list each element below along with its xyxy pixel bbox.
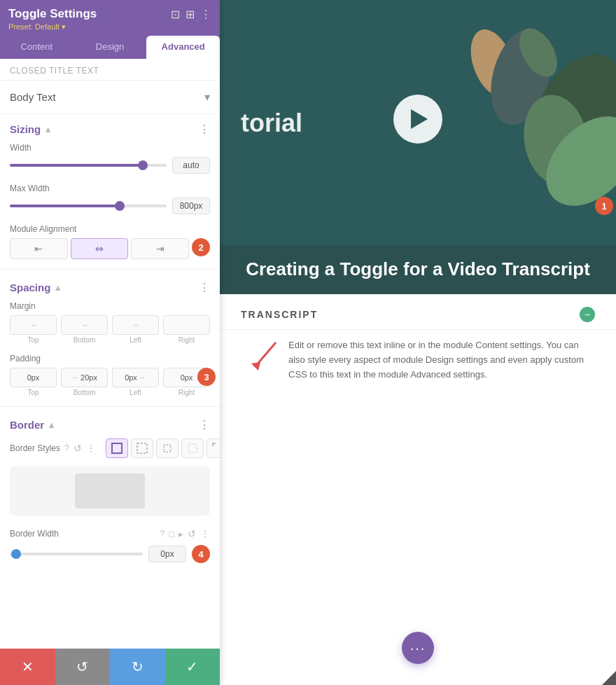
- preset-label[interactable]: Preset: Default ▾: [8, 22, 211, 32]
- play-icon: [411, 109, 428, 129]
- width-label: Width: [10, 143, 210, 153]
- tab-design[interactable]: Design: [74, 36, 147, 59]
- border-inner-btn[interactable]: [156, 438, 178, 458]
- reset-button[interactable]: ↺: [55, 649, 111, 685]
- border-preview: [10, 466, 210, 516]
- panel-tabs: Content Design Advanced: [0, 36, 220, 59]
- spacing-more-icon[interactable]: ⋮: [199, 281, 210, 294]
- svg-rect-2: [164, 445, 171, 452]
- spacing-actions: ⋮: [199, 281, 210, 294]
- border-reset-icon[interactable]: ↺: [74, 443, 82, 454]
- redo-button[interactable]: ↻: [110, 649, 165, 685]
- panel-bottom-bar: ✕ ↺ ↻ ✓: [0, 649, 220, 685]
- svg-point-9: [481, 22, 561, 132]
- transcript-title: TRANSCRIPT: [241, 309, 318, 320]
- body-text-section: Body Text ▾: [0, 81, 220, 114]
- svg-rect-3: [188, 444, 197, 452]
- border-width-value[interactable]: 0px: [148, 546, 186, 562]
- tab-content[interactable]: Content: [0, 36, 74, 59]
- module-alignment-label: Module Alignment: [10, 224, 210, 234]
- sizing-more-icon[interactable]: ⋮: [199, 123, 210, 136]
- align-center-btn[interactable]: ⇔: [71, 238, 129, 259]
- border-preview-inner: [75, 473, 145, 508]
- padding-left-input[interactable]: 0px ↔: [112, 368, 159, 387]
- svg-rect-0: [112, 443, 122, 453]
- padding-label: Padding: [10, 354, 210, 364]
- border-width-cursor-icon[interactable]: ▸: [178, 529, 183, 539]
- border-width-slider-row: 0px 4: [0, 542, 220, 569]
- border-styles-row: Border Styles ? ↺ ⋮: [0, 436, 220, 464]
- body-text-label: Body Text: [10, 91, 56, 103]
- border-width-reset-icon[interactable]: ↺: [188, 528, 196, 539]
- margin-right-input[interactable]: [163, 315, 210, 335]
- border-width-help-icon[interactable]: ?: [160, 529, 164, 539]
- sizing-section-header: Sizing ▲ ⋮: [0, 114, 220, 140]
- padding-top-cell: 0px Top: [10, 368, 57, 396]
- transcript-header: TRANSCRIPT −: [220, 294, 616, 330]
- width-slider[interactable]: [10, 164, 167, 167]
- svg-point-13: [512, 22, 565, 83]
- border-dashed-outer-btn[interactable]: [131, 438, 153, 458]
- cancel-button[interactable]: ✕: [0, 649, 55, 685]
- play-button[interactable]: [393, 95, 442, 144]
- save-button[interactable]: ✓: [165, 649, 220, 685]
- corner-mark: [602, 671, 616, 685]
- border-dotted-btn[interactable]: [181, 438, 204, 458]
- tutorial-partial-text: torial: [241, 109, 302, 138]
- margin-top-input[interactable]: ↔: [10, 315, 57, 335]
- border-width-slider[interactable]: [10, 553, 143, 555]
- content-area: TRANSCRIPT − Edit or remove this text in…: [220, 294, 616, 685]
- border-width-more-icon[interactable]: ⋮: [200, 528, 210, 539]
- svg-point-11: [517, 90, 594, 191]
- panel-header: Toggle Settings ⊡ ⊞ ⋮ Preset: Default ▾: [0, 0, 220, 36]
- fab-button[interactable]: ···: [402, 632, 434, 664]
- body-text-expand[interactable]: ▾: [204, 90, 210, 104]
- margin-right-cell: Right: [163, 315, 210, 344]
- margin-bottom-input[interactable]: ↔: [61, 315, 108, 335]
- header-icons: ⊡ ⊞ ⋮: [171, 8, 211, 21]
- border-corner-btn[interactable]: [206, 438, 220, 458]
- arrow-annotation: [241, 335, 283, 374]
- border-actions: ⋮: [199, 418, 210, 431]
- closed-title-section: Closed Title Text: [0, 59, 220, 81]
- layout-icon[interactable]: ⊞: [186, 8, 195, 21]
- margin-section: Margin ↔ Top ↔ Bottom: [0, 298, 220, 351]
- svg-point-10: [512, 39, 616, 186]
- border-styles-more-icon[interactable]: ⋮: [86, 443, 96, 454]
- svg-marker-15: [251, 362, 260, 371]
- padding-bottom-cell: ↔ 20px Bottom: [61, 368, 108, 396]
- border-styles-label: Border Styles: [10, 443, 60, 453]
- badge-4: 4: [192, 545, 210, 563]
- border-help-icon[interactable]: ?: [64, 443, 69, 453]
- max-width-field: Max Width 800px 1: [0, 181, 220, 221]
- border-solid-btn[interactable]: [106, 438, 128, 458]
- max-width-value[interactable]: 800px: [172, 198, 210, 214]
- padding-section: Padding 0px Top ↔ 20px Bottom: [0, 351, 220, 403]
- margin-bottom-cell: ↔ Bottom: [61, 315, 108, 344]
- align-left-btn[interactable]: ⇤: [10, 238, 68, 259]
- align-right-btn[interactable]: ⇥: [131, 238, 189, 259]
- responsive-icon[interactable]: ⊡: [171, 8, 180, 21]
- alignment-buttons: ⇤ ⇔ ⇥ 2: [10, 238, 210, 259]
- transcript-body: Edit or remove this text inline or in th…: [220, 330, 616, 393]
- padding-bottom-input[interactable]: ↔ 20px: [61, 368, 108, 387]
- width-value[interactable]: auto: [172, 157, 210, 174]
- sizing-title: Sizing ▲: [10, 123, 52, 135]
- video-main-title-bar: Creating a Toggle for a Video Transcript: [220, 245, 616, 294]
- max-width-slider[interactable]: [10, 205, 167, 207]
- margin-left-input[interactable]: ↔: [112, 315, 159, 335]
- width-field: Width auto: [0, 140, 220, 181]
- padding-top-input[interactable]: 0px: [10, 368, 57, 387]
- border-more-icon[interactable]: ⋮: [199, 418, 210, 431]
- tab-advanced[interactable]: Advanced: [146, 36, 220, 59]
- border-width-icon[interactable]: □: [169, 529, 174, 539]
- badge-2: 2: [192, 238, 210, 256]
- padding-left-cell: 0px ↔ Left: [112, 368, 159, 396]
- border-width-label: Border Width: [10, 529, 155, 539]
- border-style-buttons: [106, 438, 220, 458]
- transcript-toggle-btn[interactable]: −: [580, 307, 595, 322]
- video-area: torial Creating a Toggle for a Video Tra…: [220, 0, 616, 294]
- more-options-icon[interactable]: ⋮: [200, 8, 211, 21]
- sizing-actions: ⋮: [199, 123, 210, 136]
- transcript-text: Edit or remove this text inline or in th…: [288, 340, 584, 380]
